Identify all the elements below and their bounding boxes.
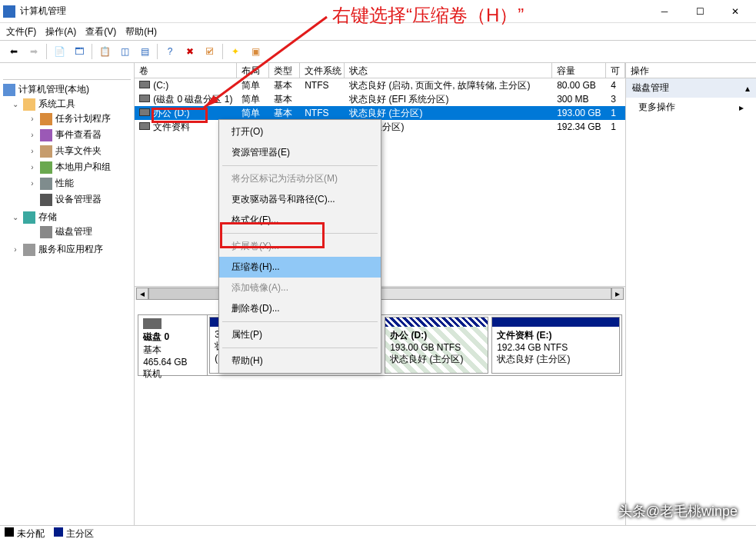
tree-storage[interactable]: ⌄存储 <box>11 211 131 224</box>
ctx-format[interactable]: 格式化(F)... <box>219 210 381 231</box>
volume-icon <box>139 122 150 130</box>
disk-icon <box>143 318 162 329</box>
users-icon <box>40 161 52 174</box>
menu-file[interactable]: 文件(F) <box>6 25 36 38</box>
ctx-properties[interactable]: 属性(P) <box>219 324 381 345</box>
volume-row[interactable]: (C:) 简单基本NTFS状态良好 (启动, 页面文件, 故障转储, 主分区)8… <box>135 78 625 92</box>
col-layout[interactable]: 布局 <box>237 63 269 78</box>
list-button[interactable]: ▤ <box>135 42 154 61</box>
watermark: 头条@老毛桃winpe <box>618 502 738 520</box>
annotation-text: 右键选择“压缩卷（H）” <box>332 3 524 28</box>
actions-header: 操作 <box>626 63 756 78</box>
volume-icon <box>139 95 150 102</box>
col-volume[interactable]: 卷 <box>135 63 237 78</box>
menu-view[interactable]: 查看(V) <box>85 25 116 38</box>
close-button[interactable]: ✕ <box>718 0 753 23</box>
folder-icon <box>23 98 35 111</box>
properties-button[interactable]: 📋 <box>95 42 114 61</box>
ctx-shrink[interactable]: 压缩卷(H)... <box>219 257 381 278</box>
help-button[interactable]: ? <box>161 42 179 61</box>
tree-task-scheduler[interactable]: ›任务计划程序 <box>28 112 131 125</box>
minimize-button[interactable]: ─ <box>647 0 682 23</box>
ctx-mark-active: 将分区标记为活动分区(M) <box>219 168 381 189</box>
col-type[interactable]: 类型 <box>269 63 300 78</box>
col-filesystem[interactable]: 文件系统 <box>300 63 345 78</box>
tree-services-apps[interactable]: ›服务和应用程序 <box>11 243 131 256</box>
partition-d-selected[interactable]: 办公 (D:) 193.00 GB NTFS 状态良好 (主分区) <box>385 317 488 374</box>
tree-disk-management[interactable]: 磁盘管理 <box>28 225 131 238</box>
menu-help[interactable]: 帮助(H) <box>125 25 157 38</box>
collapse-icon: ▴ <box>745 83 750 94</box>
computer-icon <box>3 84 15 96</box>
tree-local-users[interactable]: ›本地用户和组 <box>28 161 131 174</box>
col-status[interactable]: 状态 <box>345 63 552 78</box>
storage-icon <box>23 211 35 224</box>
disk-state: 联机 <box>143 368 162 379</box>
col-rest[interactable]: 可 <box>606 63 625 78</box>
ctx-open[interactable]: 打开(O) <box>219 121 381 142</box>
tree-column-header[interactable] <box>3 65 131 80</box>
back-button[interactable]: ⬅ <box>5 42 23 61</box>
partition-e[interactable]: 文件资料 (E:) 192.34 GB NTFS 状态良好 (主分区) <box>491 317 620 374</box>
apps-icon <box>23 244 35 256</box>
refresh-button[interactable]: ◫ <box>115 42 134 61</box>
volume-list-header: 卷 布局 类型 文件系统 状态 容量 可 <box>135 63 625 78</box>
actions-pane: 操作 磁盘管理 ▴ 更多操作 ▸ <box>626 63 756 542</box>
delete-button[interactable]: ✖ <box>181 42 199 61</box>
actions-more[interactable]: 更多操作 ▸ <box>626 98 756 117</box>
disk-label: 磁盘 0 <box>143 331 169 342</box>
maximize-button[interactable]: ☐ <box>682 0 718 23</box>
disk-icon <box>40 226 52 238</box>
show-hide-button[interactable]: 🗔 <box>70 42 88 61</box>
app-icon <box>3 5 15 18</box>
ctx-explorer[interactable]: 资源管理器(E) <box>219 142 381 163</box>
tree-root[interactable]: 计算机管理(本地) <box>3 83 131 96</box>
perf-icon <box>40 178 52 190</box>
chevron-right-icon: ▸ <box>739 102 744 113</box>
col-capacity[interactable]: 容量 <box>552 63 606 78</box>
ctx-help[interactable]: 帮助(H) <box>219 351 381 371</box>
share-icon <box>40 145 52 158</box>
volume-row-selected[interactable]: 办公 (D:) 简单基本NTFS状态良好 (主分区)193.00 GB1 <box>135 106 625 120</box>
actions-section[interactable]: 磁盘管理 ▴ <box>626 78 756 98</box>
disk-info[interactable]: 磁盘 0 基本 465.64 GB 联机 <box>138 315 208 375</box>
event-icon <box>40 129 52 141</box>
disk-type: 基本 <box>143 344 162 355</box>
tree-event-viewer[interactable]: ›事件查看器 <box>28 128 131 141</box>
volume-row[interactable]: (磁盘 0 磁盘分区 1) 简单基本状态良好 (EFI 系统分区)300 MB3 <box>135 92 625 106</box>
ctx-delete[interactable]: 删除卷(D)... <box>219 298 381 319</box>
swatch-primary <box>54 527 63 537</box>
volume-icon <box>139 81 150 88</box>
context-menu: 打开(O) 资源管理器(E) 将分区标记为活动分区(M) 更改驱动器号和路径(C… <box>218 119 381 374</box>
scroll-left-icon[interactable]: ◂ <box>136 288 148 300</box>
ctx-extend: 扩展卷(X)... <box>219 236 381 257</box>
disk-size: 465.64 GB <box>143 357 187 367</box>
tree-shared-folders[interactable]: ›共享文件夹 <box>28 145 131 158</box>
swatch-unallocated <box>5 527 14 537</box>
tree-performance[interactable]: ›性能 <box>28 177 131 190</box>
misc-button[interactable]: ▣ <box>246 42 265 61</box>
settings-button[interactable]: 🗹 <box>201 42 219 61</box>
device-icon <box>40 194 52 206</box>
up-button[interactable]: 📄 <box>50 42 68 61</box>
ctx-change-letter[interactable]: 更改驱动器号和路径(C)... <box>219 189 381 210</box>
toolbar: ⬅ ➡ 📄 🗔 📋 ◫ ▤ ? ✖ 🗹 ✦ ▣ <box>0 40 756 63</box>
tree-device-manager[interactable]: 设备管理器 <box>28 193 131 206</box>
ctx-mirror: 添加镜像(A)... <box>219 278 381 298</box>
volume-icon <box>139 108 150 116</box>
task-icon <box>40 113 52 125</box>
new-button[interactable]: ✦ <box>226 42 245 61</box>
tree-system-tools[interactable]: ⌄系统工具 <box>11 98 131 111</box>
nav-tree: 计算机管理(本地) ⌄系统工具 ›任务计划程序 ›事件查看器 ›共享文件夹 ›本… <box>0 63 135 542</box>
menu-action[interactable]: 操作(A) <box>45 25 76 38</box>
forward-button[interactable]: ➡ <box>25 42 43 61</box>
scroll-right-icon[interactable]: ▸ <box>611 288 624 300</box>
legend: 未分配 主分区 <box>0 525 756 542</box>
